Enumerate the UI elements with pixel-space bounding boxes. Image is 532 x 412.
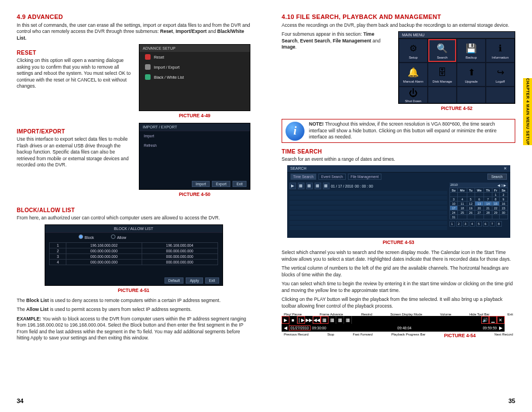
advanced-intro: In this set of commands, the user can er…	[17, 22, 250, 41]
reset-heading: RESET	[17, 50, 132, 56]
playback-date: 01/27/2010	[289, 326, 310, 330]
fig50-title: IMPORT / EXPORT	[139, 123, 250, 131]
fig49-caption: PICTURE 4-49	[139, 113, 250, 118]
section-heading-advanced: 4.9 ADVANCED	[17, 13, 250, 20]
page-left: 4.9 ADVANCED In this set of commands, th…	[0, 0, 266, 412]
menu-setup: ⚙Setup	[399, 39, 428, 63]
fig50-row2: Refresh	[144, 143, 157, 147]
reset-icon	[145, 54, 151, 60]
next-record-icon: ▶	[497, 324, 505, 332]
fig51-caption: PICTURE 4-51	[17, 288, 250, 293]
page-number-right: 35	[509, 397, 515, 404]
fig51-title: BLOCK / ALLOW LIST	[45, 225, 223, 233]
start-date: 01 / 17 / 2010	[331, 184, 354, 188]
blackwhite-icon	[145, 74, 151, 80]
menu-search: 🔍Search	[428, 39, 457, 63]
fig49-item-impexp: Import / Export	[154, 65, 180, 69]
display-mode-icon: ▦	[321, 316, 328, 324]
block-allow-intro: From here, an authorized user can contro…	[17, 215, 250, 221]
block-list-desc: The Block List is used to deny access to…	[17, 298, 250, 304]
rewind-icon: ◀◀	[313, 316, 321, 324]
lbl-prev-record: Previous Record	[284, 333, 308, 338]
page-number-left: 34	[17, 397, 23, 404]
lbl-progress-bar: Playback Progress Bar	[391, 333, 425, 338]
ts-p3: The vertical column of numbers to the le…	[282, 265, 515, 278]
volume-icon: 🔊	[481, 316, 489, 324]
power-icon: ⏻	[407, 87, 419, 99]
prev-record-icon: ◀	[282, 324, 289, 332]
menu-information: ℹInformation	[486, 39, 515, 63]
fig53-toolbar: ▶ ▦ ▦ ▦ ▦ 01 / 17 / 2010 00 : 00 : 00	[289, 183, 447, 189]
allow-list-desc: The Allow List is used to permit access …	[17, 306, 250, 313]
note-box: i NOTE! Throughout this window, if the s…	[282, 119, 515, 142]
menu-logoff: ↪Logoff	[486, 63, 515, 87]
fig51-radio-block: Block	[79, 234, 94, 239]
search-icon: 🔍	[436, 42, 448, 55]
layout4-icon: ▦	[323, 183, 330, 189]
play-icon: ▶	[289, 183, 296, 189]
fig52-caption: PICTURE 4-52	[398, 106, 515, 111]
time-search-heading: TIME SEARCH	[282, 148, 515, 155]
upgrade-icon: ⬆	[465, 66, 477, 79]
menu-upgrade: ⬆Upgrade	[457, 63, 486, 87]
section-heading-filesearch: 4.10 FILE SEARCH, PLAYBACK AND MANAGEMEN…	[282, 13, 515, 20]
figure-53: SEARCH✕ Time Search Event Search File Ma…	[282, 165, 515, 245]
playback-t3: 09:59:59	[483, 326, 497, 330]
fig49-item-reset: Reset	[154, 55, 164, 59]
import-export-heading: IMPORT/EXPORT	[17, 128, 132, 135]
note-info-icon: i	[286, 122, 304, 141]
fig53-channel-checks: 1234 5678	[449, 221, 508, 227]
import-export-paragraph: Use this interface to export select data…	[17, 136, 132, 168]
fast-forward-icon: ▶▶	[305, 316, 313, 324]
ts-p2: Select which channel you wish to search …	[282, 250, 515, 262]
fig49-title: ADVANCE SETUP	[139, 45, 250, 52]
fig50-btn-export: Export	[212, 181, 230, 187]
logoff-icon: ↪	[494, 66, 506, 79]
page-right: 4.10 FILE SEARCH, PLAYBACK AND MANAGEMEN…	[266, 0, 532, 412]
fig51-radio-allow: Allow	[111, 234, 127, 239]
fig53-timegrid	[289, 191, 447, 230]
example-paragraph: EXAMPLE: You wish to block access to the…	[17, 316, 250, 342]
fig51-btn-default: Default	[165, 277, 184, 284]
alarm-icon: 🔔	[407, 66, 419, 79]
gear-icon: ⚙	[407, 42, 419, 55]
figure-49: ADVANCE SETUP Reset Import / Export Blac…	[139, 44, 250, 123]
tab-event-search: Event Search	[318, 174, 346, 180]
fig52-title: MAIN MENU	[399, 32, 515, 39]
lbl-exit: Exit	[507, 313, 513, 316]
fig54-caption: PICTURE 4-54	[444, 333, 476, 338]
import-export-icon	[145, 64, 151, 70]
menu-backup: 💾Backup	[457, 39, 486, 63]
fig50-caption: PICTURE 4-50	[139, 191, 250, 197]
layout3-icon: ▦	[315, 183, 321, 189]
fig51-table: 1196.168.000.002196.168.000.004 2000.000…	[49, 242, 217, 265]
block-allow-heading: BLOCK/ALLOW LIST	[17, 207, 250, 213]
fig50-row1: Import	[144, 134, 154, 138]
layout1-icon: ▦	[298, 183, 304, 189]
fig51-btn-exit: Exit	[205, 277, 219, 284]
fig50-btn-exit: Exit	[233, 181, 246, 187]
ts-p5: Clicking on the PLAY button will begin t…	[282, 296, 515, 309]
submenus-paragraph: Four submenus appear in this section: Ti…	[282, 31, 391, 50]
display-mode4-icon: ▦	[344, 316, 352, 324]
start-time: 00 : 00 : 00	[355, 184, 373, 188]
chapter-side-tab: CHAPTER 4 MAIN MENU SETUP	[523, 78, 532, 145]
figure-51: BLOCK / ALLOW LIST Block Allow 1196.168.…	[17, 224, 250, 293]
hdd-icon: 🗄	[436, 66, 448, 79]
playpause-icon: ▶	[282, 316, 289, 324]
display-mode2-icon: ▦	[328, 316, 336, 324]
playback-t2: 09:48:04	[326, 326, 483, 330]
hide-icon: ▁	[489, 316, 497, 324]
fig53-calendar: 2010◀ 1 ▶ SuMoTuWeThFrSa 12 3456789 1011…	[449, 183, 508, 230]
fig53-title: SEARCH	[291, 166, 307, 171]
filesearch-intro: Access the recordings on the DVR, play t…	[282, 22, 515, 28]
figure-52: MAIN MENU ⚙Setup 🔍Search 💾Backup ℹInform…	[398, 31, 515, 116]
reset-paragraph: Clicking on this option will open a warn…	[17, 58, 132, 89]
lbl-stop: Stop	[327, 333, 334, 338]
fig49-item-bwlist: Black / White List	[154, 75, 184, 79]
display-mode3-icon: ▦	[336, 316, 344, 324]
menu-manual-alarm: 🔔Manual Alarm	[399, 63, 428, 87]
disk-icon: 💾	[465, 42, 477, 55]
info-icon: ℹ	[494, 42, 506, 55]
stop-icon: ■	[289, 316, 297, 324]
